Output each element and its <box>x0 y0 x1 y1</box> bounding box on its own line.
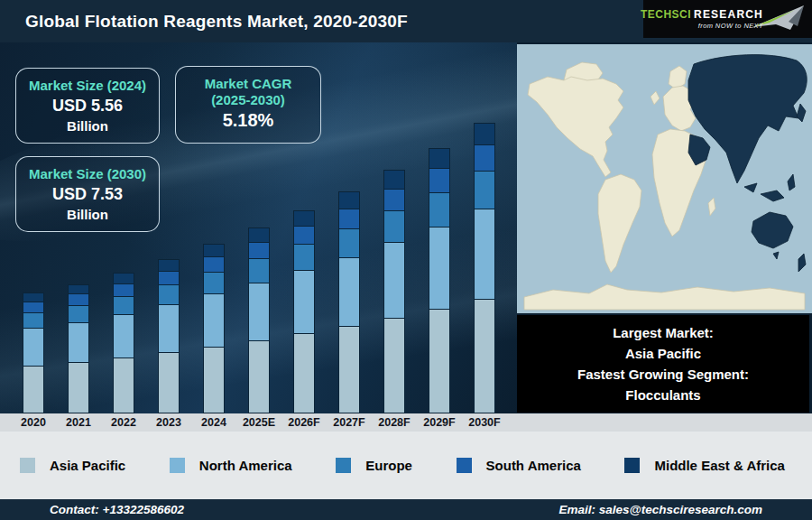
bar-column-2023 <box>146 259 191 413</box>
bar-segment-middle-east-africa <box>383 170 405 189</box>
bar-column-2024 <box>191 244 236 413</box>
bar-segment-north-america <box>248 283 270 341</box>
axis-label-2028f: 2028F <box>372 413 417 432</box>
bar-segment-europe <box>113 297 134 315</box>
stacked-bar-2021 <box>68 284 89 413</box>
stacked-bar-2025e <box>248 228 270 413</box>
bar-segment-south-america <box>113 284 134 297</box>
legend-area: Asia PacificNorth AmericaEuropeSouth Ame… <box>0 432 812 499</box>
bar-segment-europe <box>293 245 315 271</box>
bar-segment-south-america <box>338 209 360 229</box>
legend-label-middle-east-africa: Middle East & Africa <box>654 458 784 473</box>
axis-label-2021: 2021 <box>56 413 101 432</box>
stat-label: Market CAGR (2025-2030) <box>205 76 292 107</box>
footer-bar: Contact: +13322586602 Email: sales@techs… <box>0 499 812 520</box>
legend-item-europe: Europe <box>336 458 412 473</box>
bar-segment-asia-pacific <box>474 300 495 413</box>
legend-swatch-asia-pacific <box>20 458 35 473</box>
bar-column-2021 <box>56 284 101 413</box>
bar-column-2028f <box>372 170 417 413</box>
legend-item-south-america: South America <box>457 458 581 473</box>
bar-segment-north-america <box>383 243 405 319</box>
bar-segment-asia-pacific <box>248 341 270 413</box>
chart-legend: Asia PacificNorth AmericaEuropeSouth Ame… <box>0 458 812 473</box>
axis-label-2020: 2020 <box>11 413 56 432</box>
axis-label-2024: 2024 <box>191 413 236 432</box>
bar-segment-north-america <box>293 271 315 334</box>
bar-segment-south-america <box>158 272 180 285</box>
bar-segment-north-america <box>68 323 89 363</box>
bar-column-2029f <box>417 148 462 413</box>
stacked-bar-2024 <box>203 244 225 413</box>
legend-label-asia-pacific: Asia Pacific <box>50 458 125 473</box>
bar-segment-north-america <box>429 228 450 310</box>
bar-segment-europe <box>203 273 225 294</box>
bar-segment-asia-pacific <box>338 327 360 413</box>
map-container <box>517 42 812 313</box>
bar-segment-europe <box>248 259 270 283</box>
bar-segment-europe <box>338 229 360 258</box>
legend-swatch-middle-east-africa <box>624 458 640 473</box>
bar-segment-south-america <box>383 190 405 211</box>
bar-segment-europe <box>158 285 180 305</box>
world-map <box>517 44 812 313</box>
stacked-bar-2022 <box>113 273 134 413</box>
bar-segment-middle-east-africa <box>474 123 495 146</box>
bar-segment-asia-pacific <box>68 363 89 413</box>
bar-segment-asia-pacific <box>203 348 225 413</box>
bar-column-2026f <box>281 210 327 413</box>
stacked-bar-2029f <box>429 148 450 413</box>
stacked-bar-2026f <box>293 210 315 413</box>
logo-brand-research: Research <box>694 8 763 21</box>
bar-segment-europe <box>383 211 405 243</box>
axis-label-2026f: 2026F <box>281 413 327 432</box>
stacked-bar-2028f <box>383 170 405 413</box>
bar-segment-asia-pacific <box>429 310 450 413</box>
stacked-bar-2030f <box>474 123 495 413</box>
legend-swatch-europe <box>336 458 351 473</box>
bar-segment-south-america <box>474 145 495 172</box>
bar-column-2030f <box>462 123 507 413</box>
bar-segment-asia-pacific <box>383 319 405 413</box>
market-highlight-box: Largest Market: Asia Pacific Fastest Gro… <box>517 315 809 413</box>
legend-swatch-north-america <box>170 458 185 473</box>
stacked-bar-chart <box>0 123 517 413</box>
bar-segment-south-america <box>68 294 89 306</box>
axis-label-2027f: 2027F <box>327 413 372 432</box>
bar-segment-middle-east-africa <box>158 259 180 272</box>
legend-item-north-america: North America <box>170 458 292 473</box>
logo-brand-techsci: TechSci <box>641 8 691 21</box>
bar-segment-middle-east-africa <box>113 273 134 284</box>
bar-segment-north-america <box>113 315 134 358</box>
title-bar: Global Flotation Reagents Market, 2020-2… <box>0 0 812 42</box>
bar-segment-middle-east-africa <box>293 210 315 227</box>
bar-segment-europe <box>474 172 495 209</box>
bar-segment-europe <box>68 306 89 323</box>
bar-segment-middle-east-africa <box>23 292 44 302</box>
bar-column-2020 <box>11 292 56 413</box>
bar-segment-south-america <box>293 227 315 245</box>
bar-column-2027f <box>327 191 372 413</box>
bar-segment-middle-east-africa <box>68 284 89 294</box>
techsci-logo: TechSci Research from NOW to NEXT <box>643 0 812 38</box>
bar-segment-north-america <box>158 305 180 353</box>
axis-label-2022: 2022 <box>101 413 146 432</box>
bar-segment-europe <box>23 313 44 330</box>
axis-label-2023: 2023 <box>146 413 191 432</box>
bar-segment-europe <box>429 193 450 228</box>
x-axis-strip: 202020212022202320242025E2026F2027F2028F… <box>0 413 812 432</box>
bar-column-2025e <box>236 228 281 413</box>
legend-swatch-south-america <box>457 458 472 473</box>
bar-segment-south-america <box>23 302 44 313</box>
page-title: Global Flotation Reagents Market, 2020-2… <box>0 12 408 32</box>
axis-label-2029f: 2029F <box>417 413 462 432</box>
legend-label-north-america: North America <box>199 458 292 473</box>
bar-column-2022 <box>101 273 146 413</box>
bar-segment-middle-east-africa <box>338 191 360 209</box>
bar-segment-middle-east-africa <box>429 148 450 170</box>
bar-segment-south-america <box>248 243 270 260</box>
axis-label-2030f: 2030F <box>462 413 507 432</box>
bar-segment-north-america <box>203 294 225 347</box>
bar-segment-south-america <box>429 169 450 192</box>
legend-label-europe: Europe <box>365 458 412 473</box>
